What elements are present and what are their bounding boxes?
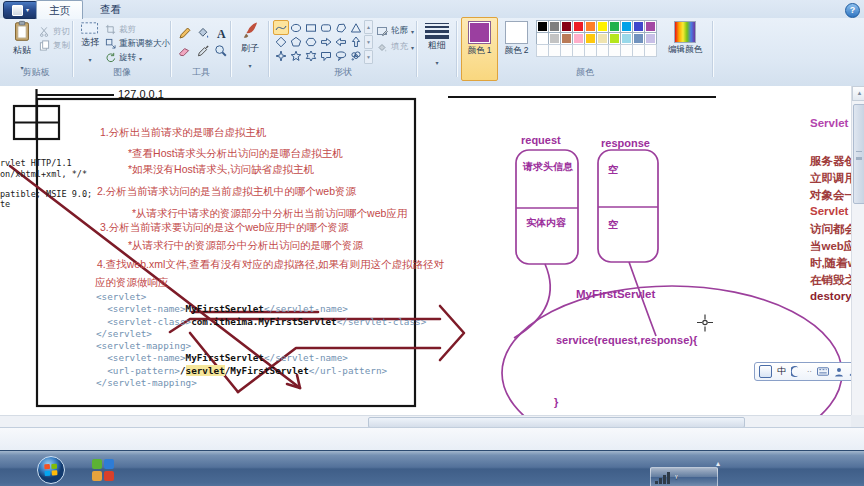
scroll-up-icon[interactable]: ▲ bbox=[852, 86, 864, 101]
fill-icon bbox=[376, 41, 388, 53]
crop-icon bbox=[105, 24, 116, 35]
arrow-right-shape-icon[interactable] bbox=[318, 34, 334, 49]
network-meter-button[interactable]: ᵞ bbox=[650, 467, 718, 486]
callout-rounded-shape-icon[interactable] bbox=[318, 49, 334, 64]
arrow-left-shape-icon[interactable] bbox=[333, 34, 349, 49]
copy-button[interactable]: 复制 bbox=[39, 39, 70, 52]
polygon-shape-icon[interactable] bbox=[333, 20, 349, 35]
rounded-rectangle-shape-icon[interactable] bbox=[318, 20, 334, 35]
hexagon-shape-icon[interactable] bbox=[303, 34, 319, 49]
start-button[interactable] bbox=[36, 455, 66, 485]
arrow-up-shape-icon[interactable] bbox=[348, 34, 364, 49]
group-separator bbox=[416, 21, 417, 77]
ribbon: ▾ 主页 查看 粘贴 剪切 复制 剪贴板 选择 裁剪 重新调整大小 旋转 图像 … bbox=[0, 0, 864, 87]
chevron-down-icon bbox=[139, 53, 142, 63]
group-separator bbox=[72, 21, 73, 77]
vertical-scrollbar[interactable]: ▲ bbox=[851, 86, 864, 415]
rotate-icon bbox=[105, 52, 116, 63]
color1-swatch bbox=[468, 21, 491, 44]
star-4-shape-icon[interactable] bbox=[273, 49, 289, 64]
color-palette bbox=[536, 20, 656, 56]
magnifier-icon[interactable] bbox=[211, 41, 230, 59]
group-separator bbox=[170, 21, 171, 77]
scroll-up-icon[interactable]: ▲ bbox=[364, 20, 373, 34]
ime-language-bar[interactable]: 中 ·· bbox=[754, 362, 864, 381]
tools-grid: A bbox=[175, 23, 229, 59]
ribbon-tab-row: ▾ 主页 查看 bbox=[0, 0, 864, 18]
paint-drawing bbox=[0, 86, 851, 415]
group-separator bbox=[712, 21, 713, 77]
rainbow-palette-icon bbox=[674, 21, 696, 43]
pentagon-shape-icon[interactable] bbox=[288, 34, 304, 49]
punctuation-icon[interactable]: ·· bbox=[807, 364, 812, 379]
pencil-icon[interactable] bbox=[175, 23, 194, 41]
person-icon[interactable] bbox=[834, 367, 844, 377]
fill-bucket-icon[interactable] bbox=[193, 23, 212, 41]
paint-file-icon bbox=[12, 5, 23, 16]
palette-empty-slot[interactable] bbox=[644, 44, 657, 57]
shapes-scroll[interactable]: ▲▼▼ bbox=[364, 20, 373, 63]
group-separator bbox=[230, 21, 231, 77]
chevron-down-icon bbox=[88, 48, 91, 66]
image-group-label: 图像 bbox=[74, 66, 170, 79]
text-icon[interactable]: A bbox=[211, 23, 230, 41]
colors-group-label: 颜色 bbox=[460, 66, 710, 79]
star-5-shape-icon[interactable] bbox=[288, 49, 304, 64]
scroll-down-icon[interactable]: ▼ bbox=[364, 35, 373, 49]
shape-outline-button[interactable]: 轮廓 bbox=[376, 24, 414, 37]
curve-shape-icon[interactable] bbox=[273, 20, 289, 35]
brush-icon bbox=[239, 20, 261, 42]
chevron-down-icon bbox=[411, 26, 414, 36]
line-thickness-icon bbox=[425, 21, 449, 39]
maroon-arrow-sketch bbox=[10, 166, 464, 392]
ime-logo-icon[interactable] bbox=[759, 365, 772, 378]
cut-button[interactable]: 剪切 bbox=[39, 25, 70, 38]
crop-button[interactable]: 裁剪 bbox=[105, 23, 136, 36]
oval-shape-icon[interactable] bbox=[288, 20, 304, 35]
clipboard-icon bbox=[11, 20, 33, 44]
size-button[interactable]: 粗细 bbox=[420, 21, 454, 69]
color-picker-icon[interactable] bbox=[193, 41, 212, 59]
signal-bars-icon bbox=[655, 472, 671, 484]
status-bar: + 1532, 336像素 2000 × 784像素 100% − + bbox=[0, 427, 864, 451]
scrollbar-corner bbox=[851, 415, 864, 427]
tab-home[interactable]: 主页 bbox=[36, 0, 83, 19]
chinese-mode-icon[interactable]: 中 bbox=[777, 364, 786, 379]
select-button[interactable]: 选择 bbox=[76, 20, 104, 66]
callout-cloud-shape-icon[interactable] bbox=[348, 49, 364, 64]
grid-app-icon[interactable] bbox=[92, 459, 114, 481]
shape-fill-button[interactable]: 填充 bbox=[376, 40, 414, 53]
diamond-shape-icon[interactable] bbox=[273, 34, 289, 49]
tab-view[interactable]: 查看 bbox=[88, 0, 133, 18]
resize-icon bbox=[105, 38, 116, 49]
eraser-icon[interactable] bbox=[175, 41, 194, 59]
callout-oval-shape-icon[interactable] bbox=[333, 49, 349, 64]
star-6-shape-icon[interactable] bbox=[303, 49, 319, 64]
help-icon[interactable]: ? bbox=[845, 3, 860, 18]
chevron-down-icon bbox=[435, 51, 438, 69]
half-moon-icon[interactable] bbox=[791, 366, 802, 377]
application-menu-button[interactable]: ▾ bbox=[3, 1, 38, 19]
brushes-button[interactable]: 刷子 bbox=[234, 20, 266, 72]
svg-text:A: A bbox=[217, 26, 226, 40]
taskbar: WPS 演示 ...binjavaeeday03WebRootjava_ee_a… bbox=[0, 450, 864, 486]
scroll-more-icon[interactable]: ▼ bbox=[364, 50, 373, 64]
tools-group-label: 工具 bbox=[172, 66, 230, 79]
chevron-down-icon: ▾ bbox=[26, 7, 29, 13]
black-box-sketch bbox=[14, 89, 716, 406]
group-separator bbox=[456, 21, 457, 77]
group-separator bbox=[268, 21, 269, 77]
show-hidden-icons[interactable]: ▴ bbox=[716, 459, 720, 468]
chevron-down-icon bbox=[248, 54, 251, 72]
chevron-down-icon bbox=[411, 42, 414, 52]
color2-swatch bbox=[505, 21, 528, 44]
scissors-icon bbox=[39, 26, 50, 37]
clipboard-group-label: 剪贴板 bbox=[0, 66, 72, 79]
keyboard-icon[interactable] bbox=[817, 367, 829, 376]
rectangle-shape-icon[interactable] bbox=[303, 20, 319, 35]
resize-button[interactable]: 重新调整大小 bbox=[105, 37, 170, 50]
triangle-shape-icon[interactable] bbox=[348, 20, 364, 35]
shapes-group-label: 形状 bbox=[270, 66, 416, 79]
vertical-scrollbar-thumb[interactable] bbox=[853, 104, 864, 204]
rotate-button[interactable]: 旋转 bbox=[105, 51, 142, 64]
